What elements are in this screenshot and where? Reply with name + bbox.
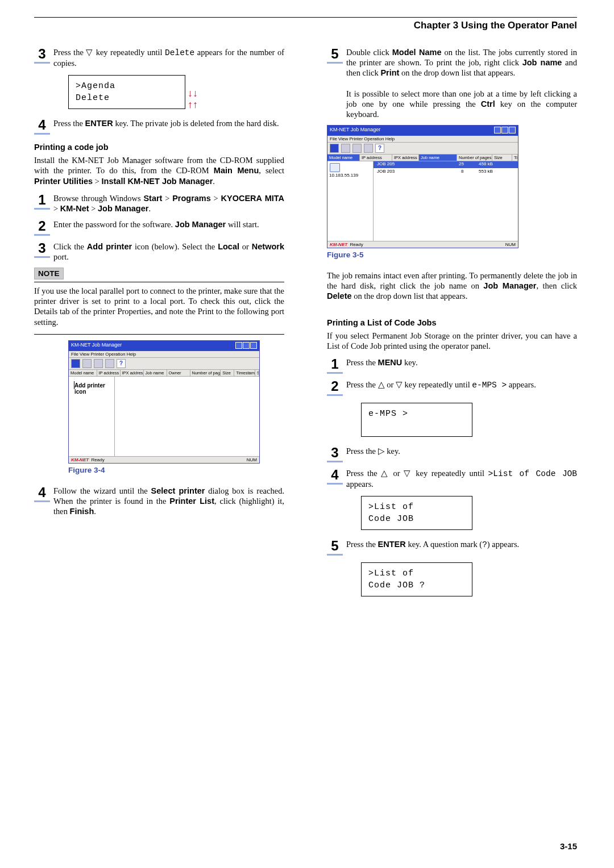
step-5: 5 Double click Model Name on the list. T… [327,47,577,119]
section-heading: Printing a code job [34,143,284,152]
search-icon[interactable] [330,144,339,153]
help-icon[interactable]: ? [117,359,126,368]
note-label: NOTE [34,268,64,279]
step-body: Press the △ or ▽ key repeatedly until >L… [346,468,577,489]
lcd-display: e-MPS > [361,403,472,437]
step-1: 1 Browse through Windows Start > Program… [34,193,284,214]
job-name: JOB 205 [377,161,395,166]
step-4: 4 Press the ENTER key. The private job i… [34,118,284,135]
step-number: 3 [34,47,50,68]
step-body: Press the MENU key. [346,357,577,374]
step-number: 4 [327,468,343,489]
step-number: 3 [34,241,50,262]
step-number: 3 [327,446,343,462]
step-body: Press the ▽ key repeatedly until Delete … [53,47,284,68]
step-4b: 4 Follow the wizard until the Select pri… [34,486,284,516]
r-step-2: 2 Press the △ or ▽ key repeatedly until … [327,379,577,396]
step-number: 5 [327,539,343,556]
search-icon[interactable] [71,359,80,368]
cursor-down-icon: ↓↓ [188,87,198,99]
lcd-display: >List of Code JOB ? [361,562,472,596]
step-body: Press the ▷ key. [346,446,577,462]
stop-icon[interactable] [105,359,114,368]
r-step-3: 3 Press the ▷ key. [327,446,577,462]
printer-icon[interactable] [330,163,340,172]
status-bar: KM-NET Ready NUM [327,241,518,248]
step-number: 5 [327,47,343,119]
step-body: Double click Model Name on the list. The… [346,47,577,119]
job-name: JOB 203 [377,169,395,174]
close-icon [509,127,516,133]
window-controls[interactable] [493,127,516,135]
step-number: 2 [327,379,343,396]
annotation-add-printer: Add printericon [74,382,105,395]
screenshot-figure-3-5: KM-NET Job Manager File View Printer Ope… [327,125,518,248]
stop-icon[interactable] [364,144,373,153]
chapter-title: Chapter 3 Using the Operator Panel [34,20,577,31]
column-headers: Model name IP address IPX address Job na… [327,155,518,161]
help-icon[interactable]: ? [375,144,384,153]
page-number: 3-15 [560,841,577,851]
step-body: Browse through Windows Start > Programs … [53,193,284,214]
lcd-display: >Agenda Delete [68,75,185,109]
add-printer-icon[interactable] [341,144,350,153]
r-step-4: 4 Press the △ or ▽ key repeatedly until … [327,468,577,489]
refresh-icon[interactable] [352,144,362,153]
step-body: Press the △ or ▽ key repeatedly until e-… [346,379,577,396]
step-number: 2 [34,219,50,236]
cursor-up-icon: ↑↑ [188,99,198,111]
step-body: Click the Add printer icon (below). Sele… [53,241,284,262]
step-2: 2 Enter the password for the software. J… [34,219,284,236]
screenshot-figure-3-4: KM-NET Job Manager File View Printer Ope… [68,340,260,464]
step-3b: 3 Click the Add printer icon (below). Se… [34,241,284,262]
step-number: 1 [327,357,343,374]
step-body: Press the ENTER key. The private job is … [53,118,284,135]
step-number: 4 [34,118,50,135]
note-block: If you use the local parallel port to co… [34,282,284,335]
step-number: 4 [34,486,50,516]
step-body: Enter the password for the software. Job… [53,219,284,236]
job-size: 458 kB [479,161,493,166]
paragraph: Install the KM-NET Job Manager software … [34,155,284,186]
step-body: Follow the wizard until the Select print… [53,486,284,516]
window-controls[interactable] [235,342,257,350]
menu-bar[interactable]: File View Printer Operation Help [327,136,518,143]
r-step-1: 1 Press the MENU key. [327,357,577,374]
toolbar[interactable]: ? [327,143,518,155]
step-number: 1 [34,193,50,214]
ip-address: 10.183.55.139 [329,173,358,178]
lcd-display: >List of Code JOB [361,496,472,530]
refresh-icon[interactable] [94,359,103,368]
status-bar: KM-NET Ready NUM [69,456,259,463]
paragraph: If you select Permanent Job Storage on t… [327,331,577,351]
r-step-5: 5 Press the ENTER key. A question mark (… [327,539,577,556]
menu-bar[interactable]: File View Printer Operation Help [69,351,259,358]
step-3: 3 Press the ▽ key repeatedly until Delet… [34,47,284,68]
step-body: Press the ENTER key. A question mark (?)… [346,539,577,556]
column-headers: Model name IP address IPX address Job na… [69,370,259,377]
job-pages: 8 [461,169,463,174]
window-title-bar: KM-NET Job Manager [69,341,259,351]
figure-caption: Figure 3-4 [68,466,284,474]
add-printer-icon[interactable] [82,359,92,368]
figure-caption: Figure 3-5 [327,251,577,259]
job-size: 553 kB [479,169,493,174]
selected-job-row[interactable] [374,161,518,168]
note-text: If you use the local parallel port to co… [34,286,284,327]
close-icon [250,342,257,349]
paragraph: The job remains intact even after printi… [327,270,577,301]
section-heading: Printing a List of Code Jobs [327,318,577,327]
toolbar[interactable]: ? [69,358,259,370]
job-pages: 25 [459,161,464,166]
window-title-bar: KM-NET Job Manager [327,126,518,136]
